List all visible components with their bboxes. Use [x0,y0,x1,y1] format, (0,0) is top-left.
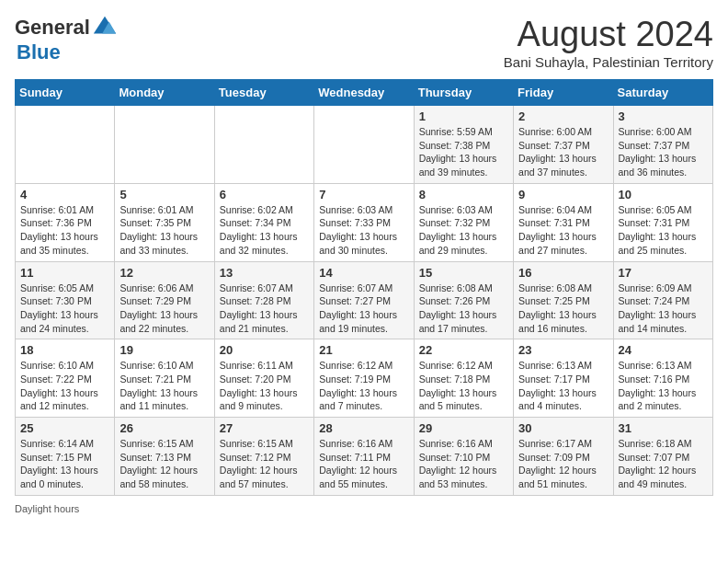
day-info: Sunrise: 6:01 AMSunset: 7:36 PMDaylight:… [20,203,109,258]
day-info: Sunrise: 6:15 AMSunset: 7:12 PMDaylight:… [220,437,309,491]
day-number: 23 [518,343,608,357]
calendar-cell: 6Sunrise: 6:02 AMSunset: 7:34 PMDaylight… [214,183,313,261]
calendar-cell [214,106,313,184]
day-info: Sunrise: 6:17 AMSunset: 7:09 PMDaylight:… [518,437,608,491]
day-info: Sunrise: 6:04 AMSunset: 7:31 PMDaylight:… [518,203,608,258]
day-info: Sunrise: 6:03 AMSunset: 7:33 PMDaylight:… [319,203,408,258]
calendar-cell: 18Sunrise: 6:10 AMSunset: 7:22 PMDayligh… [16,339,115,418]
calendar-cell: 1Sunrise: 5:59 AMSunset: 7:38 PMDaylight… [414,106,513,184]
calendar-week-row: 25Sunrise: 6:14 AMSunset: 7:15 PMDayligh… [16,418,713,496]
calendar-cell: 7Sunrise: 6:03 AMSunset: 7:33 PMDaylight… [314,183,414,261]
day-info: Sunrise: 6:09 AMSunset: 7:24 PMDaylight:… [619,282,708,336]
logo: General Blue [15,15,118,64]
calendar-cell: 21Sunrise: 6:12 AMSunset: 7:19 PMDayligh… [314,339,414,418]
day-info: Sunrise: 6:03 AMSunset: 7:32 PMDaylight:… [419,203,508,258]
day-info: Sunrise: 6:14 AMSunset: 7:15 PMDaylight:… [20,437,109,491]
logo-blue-text: Blue [17,40,61,63]
day-number: 12 [119,266,209,280]
calendar-cell: 15Sunrise: 6:08 AMSunset: 7:26 PMDayligh… [414,261,513,339]
footer-note: Daylight hours [15,503,713,514]
calendar-week-row: 4Sunrise: 6:01 AMSunset: 7:36 PMDaylight… [16,183,713,261]
day-number: 30 [518,421,608,435]
day-number: 5 [119,188,209,201]
day-number: 3 [619,109,708,123]
day-number: 4 [20,188,109,201]
logo-general-text: General [15,16,90,40]
day-info: Sunrise: 6:07 AMSunset: 7:28 PMDaylight:… [220,282,309,336]
calendar-cell [314,106,414,184]
calendar-cell: 17Sunrise: 6:09 AMSunset: 7:24 PMDayligh… [613,261,712,339]
day-info: Sunrise: 6:11 AMSunset: 7:20 PMDaylight:… [220,359,309,413]
day-number: 6 [220,188,309,201]
day-number: 9 [518,188,608,201]
calendar-cell: 26Sunrise: 6:15 AMSunset: 7:13 PMDayligh… [115,418,214,496]
day-info: Sunrise: 6:02 AMSunset: 7:34 PMDaylight:… [220,203,309,258]
day-info: Sunrise: 6:10 AMSunset: 7:21 PMDaylight:… [119,359,209,413]
day-info: Sunrise: 6:13 AMSunset: 7:17 PMDaylight:… [518,359,608,413]
column-header-wednesday: Wednesday [314,80,414,106]
day-number: 1 [419,109,508,123]
calendar-cell: 4Sunrise: 6:01 AMSunset: 7:36 PMDaylight… [16,183,115,261]
calendar-cell: 5Sunrise: 6:01 AMSunset: 7:35 PMDaylight… [115,183,214,261]
calendar-cell: 20Sunrise: 6:11 AMSunset: 7:20 PMDayligh… [214,339,313,418]
calendar-cell [16,106,115,184]
day-number: 8 [419,188,508,201]
column-header-monday: Monday [115,80,214,106]
calendar-cell: 30Sunrise: 6:17 AMSunset: 7:09 PMDayligh… [514,418,613,496]
day-info: Sunrise: 6:16 AMSunset: 7:11 PMDaylight:… [319,437,408,491]
day-number: 11 [20,266,109,280]
calendar-cell: 27Sunrise: 6:15 AMSunset: 7:12 PMDayligh… [214,418,313,496]
calendar-cell: 29Sunrise: 6:16 AMSunset: 7:10 PMDayligh… [414,418,513,496]
title-area: August 2024 Bani Suhayla, Palestinian Te… [504,15,713,70]
calendar-week-row: 18Sunrise: 6:10 AMSunset: 7:22 PMDayligh… [16,339,713,418]
day-number: 20 [220,343,309,357]
calendar-cell: 28Sunrise: 6:16 AMSunset: 7:11 PMDayligh… [314,418,414,496]
column-header-sunday: Sunday [16,80,115,106]
day-number: 7 [319,188,408,201]
day-info: Sunrise: 5:59 AMSunset: 7:38 PMDaylight:… [419,125,508,179]
day-number: 26 [119,421,209,435]
calendar-header-row: SundayMondayTuesdayWednesdayThursdayFrid… [16,80,713,106]
calendar-cell: 13Sunrise: 6:07 AMSunset: 7:28 PMDayligh… [214,261,313,339]
day-info: Sunrise: 6:05 AMSunset: 7:31 PMDaylight:… [619,203,708,258]
day-info: Sunrise: 6:05 AMSunset: 7:30 PMDaylight:… [20,282,109,336]
day-number: 28 [319,421,408,435]
day-info: Sunrise: 6:12 AMSunset: 7:19 PMDaylight:… [319,359,408,413]
day-info: Sunrise: 6:06 AMSunset: 7:29 PMDaylight:… [119,282,209,336]
page-header: General Blue August 2024 Bani Suhayla, P… [15,15,713,70]
day-info: Sunrise: 6:18 AMSunset: 7:07 PMDaylight:… [619,437,708,491]
calendar-cell: 14Sunrise: 6:07 AMSunset: 7:27 PMDayligh… [314,261,414,339]
calendar-cell: 9Sunrise: 6:04 AMSunset: 7:31 PMDaylight… [514,183,613,261]
calendar-cell [115,106,214,184]
day-number: 24 [619,343,708,357]
calendar-cell: 2Sunrise: 6:00 AMSunset: 7:37 PMDaylight… [514,106,613,184]
day-number: 2 [518,109,608,123]
calendar-cell: 19Sunrise: 6:10 AMSunset: 7:21 PMDayligh… [115,339,214,418]
month-title: August 2024 [504,15,713,54]
calendar-cell: 24Sunrise: 6:13 AMSunset: 7:16 PMDayligh… [613,339,712,418]
calendar-cell: 10Sunrise: 6:05 AMSunset: 7:31 PMDayligh… [613,183,712,261]
day-info: Sunrise: 6:12 AMSunset: 7:18 PMDaylight:… [419,359,508,413]
day-number: 27 [220,421,309,435]
calendar-week-row: 11Sunrise: 6:05 AMSunset: 7:30 PMDayligh… [16,261,713,339]
calendar-cell: 22Sunrise: 6:12 AMSunset: 7:18 PMDayligh… [414,339,513,418]
day-number: 22 [419,343,508,357]
day-info: Sunrise: 6:00 AMSunset: 7:37 PMDaylight:… [619,125,708,179]
day-info: Sunrise: 6:01 AMSunset: 7:35 PMDaylight:… [119,203,209,258]
day-info: Sunrise: 6:13 AMSunset: 7:16 PMDaylight:… [619,359,708,413]
day-number: 18 [20,343,109,357]
day-number: 13 [220,266,309,280]
day-number: 29 [419,421,508,435]
day-info: Sunrise: 6:16 AMSunset: 7:10 PMDaylight:… [419,437,508,491]
day-number: 19 [119,343,209,357]
day-number: 15 [419,266,508,280]
day-number: 16 [518,266,608,280]
calendar-cell: 11Sunrise: 6:05 AMSunset: 7:30 PMDayligh… [16,261,115,339]
calendar-cell: 25Sunrise: 6:14 AMSunset: 7:15 PMDayligh… [16,418,115,496]
calendar-cell: 12Sunrise: 6:06 AMSunset: 7:29 PMDayligh… [115,261,214,339]
column-header-friday: Friday [514,80,613,106]
day-number: 31 [619,421,708,435]
day-info: Sunrise: 6:10 AMSunset: 7:22 PMDaylight:… [20,359,109,413]
calendar-week-row: 1Sunrise: 5:59 AMSunset: 7:38 PMDaylight… [16,106,713,184]
day-info: Sunrise: 6:00 AMSunset: 7:37 PMDaylight:… [518,125,608,179]
